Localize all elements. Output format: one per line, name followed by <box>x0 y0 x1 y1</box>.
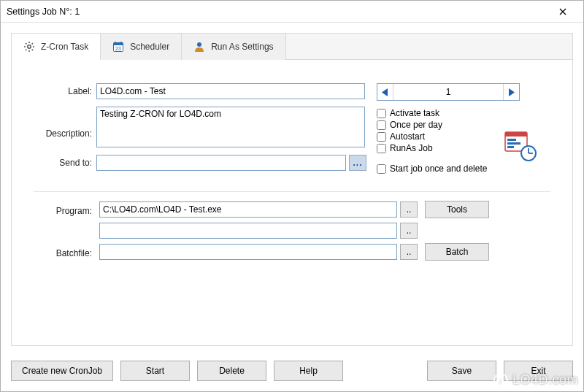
check-start-once-delete[interactable]: Start job once and delete <box>377 164 537 174</box>
batch-button[interactable]: Batch <box>425 243 489 261</box>
svg-marker-18 <box>509 88 515 96</box>
batchfile-input[interactable] <box>99 244 397 260</box>
spinner-prev-button[interactable] <box>377 84 393 100</box>
label-batchfile: Batchfile: <box>34 245 96 258</box>
tab-zcron-task-label: Z-Cron Task <box>41 42 88 52</box>
bottom-button-bar: Create new CronJob Start Delete Help Sav… <box>1 353 583 391</box>
svg-marker-17 <box>382 88 388 96</box>
checkbox-startonce[interactable] <box>377 164 386 174</box>
batchfile-browse-button[interactable]: .. <box>400 244 418 260</box>
program-input[interactable] <box>99 201 397 218</box>
program-args-input[interactable] <box>99 223 397 239</box>
window-title: Settings Job N°: 1 <box>7 7 548 17</box>
checkbox-autostart[interactable] <box>377 132 386 142</box>
svg-point-2 <box>28 45 31 47</box>
svg-rect-20 <box>505 132 527 137</box>
tools-button[interactable]: Tools <box>425 201 489 218</box>
save-button[interactable]: Save <box>427 361 496 381</box>
close-icon <box>559 8 566 15</box>
gear-icon <box>23 41 35 53</box>
job-number-spinner: 1 <box>377 83 520 101</box>
tab-scheduler-label: Scheduler <box>130 42 169 52</box>
settings-window: Settings Job N°: 1 Z-Cron Task 23 Schedu… <box>0 0 584 392</box>
tab-runas-settings[interactable]: Run As Settings <box>182 34 285 60</box>
checkbox-onceperday[interactable] <box>377 120 386 130</box>
svg-line-9 <box>32 43 33 44</box>
check-once-per-day[interactable]: Once per day <box>377 120 537 130</box>
tab-zcron-task[interactable]: Z-Cron Task <box>12 34 101 60</box>
start-button[interactable]: Start <box>120 361 190 381</box>
user-icon <box>193 41 205 53</box>
label-program: Program: <box>34 203 96 216</box>
svg-point-16 <box>197 42 201 47</box>
titlebar: Settings Job N°: 1 <box>1 1 583 23</box>
triangle-left-icon <box>382 88 388 96</box>
right-column: 1 Activate task Once per day Autostart R… <box>377 83 537 174</box>
program-browse-button[interactable]: .. <box>400 201 418 218</box>
sendto-input[interactable] <box>96 155 346 171</box>
exit-button[interactable]: Exit <box>504 361 573 381</box>
spinner-next-button[interactable] <box>503 84 519 100</box>
spinner-value: 1 <box>393 87 503 97</box>
close-button[interactable] <box>548 1 577 22</box>
schedule-clock-icon <box>504 130 537 164</box>
label-input[interactable] <box>96 83 365 99</box>
separator <box>34 191 550 192</box>
delete-button[interactable]: Delete <box>197 361 266 381</box>
tab-scheduler[interactable]: 23 Scheduler <box>101 34 182 60</box>
svg-rect-21 <box>507 139 516 141</box>
tab-pane-task: Label: Description: Testing Z-CRON for L… <box>12 60 572 345</box>
svg-line-8 <box>32 49 33 50</box>
help-button[interactable]: Help <box>274 361 343 381</box>
tab-runas-label: Run As Settings <box>211 42 273 52</box>
label-sendto: Send to: <box>34 155 96 168</box>
svg-text:23: 23 <box>115 46 121 51</box>
checkbox-activate[interactable] <box>377 109 386 118</box>
content-area: Z-Cron Task 23 Scheduler Run As Settings <box>1 23 583 353</box>
tablist: Z-Cron Task 23 Scheduler Run As Settings <box>12 34 572 60</box>
label-label: Label: <box>34 83 96 96</box>
description-textarea[interactable]: Testing Z-CRON for LO4D.com <box>96 107 365 147</box>
sendto-browse-button[interactable]: ... <box>349 155 366 171</box>
tabs-container: Z-Cron Task 23 Scheduler Run As Settings <box>11 33 573 346</box>
calendar-icon: 23 <box>112 41 124 53</box>
triangle-right-icon <box>508 88 515 96</box>
check-activate-task[interactable]: Activate task <box>377 108 537 118</box>
svg-rect-23 <box>507 146 514 148</box>
svg-rect-22 <box>507 142 520 145</box>
label-description: Description: <box>34 115 96 139</box>
create-cronjob-button[interactable]: Create new CronJob <box>11 361 113 381</box>
label-program2 <box>34 229 96 232</box>
svg-line-7 <box>26 43 26 44</box>
svg-line-10 <box>26 49 26 50</box>
checkbox-runasjob[interactable] <box>377 144 386 153</box>
program-args-browse-button[interactable]: .. <box>400 223 418 239</box>
